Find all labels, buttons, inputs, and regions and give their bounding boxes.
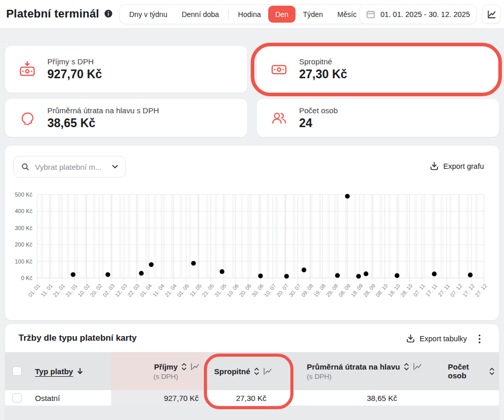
- cell-prumerna-utrata: 38,65 Kč: [296, 390, 448, 406]
- svg-text:27. 11: 27. 11: [437, 283, 451, 298]
- tab-mesic[interactable]: Měsíc: [330, 6, 363, 23]
- svg-text:19. 08: 19. 08: [312, 283, 327, 298]
- stat-card-spropitne: Spropitné 27,30 Kč: [257, 46, 499, 93]
- svg-text:17. 12: 17. 12: [461, 283, 476, 298]
- tips-line-chart: 01. 0111. 0121. 0131. 0110. 0220. 0202. …: [5, 179, 499, 319]
- period-tab-group: Dny v týdnu Denní doba Hodina Den Týden …: [119, 4, 367, 24]
- svg-text:07. 12: 07. 12: [449, 283, 463, 298]
- people-icon: [268, 109, 290, 127]
- table-menu-button[interactable]: [473, 332, 485, 345]
- svg-text:10. 07: 10. 07: [263, 283, 277, 298]
- tab-tyden[interactable]: Týden: [296, 6, 330, 23]
- tab-den[interactable]: Den: [268, 6, 296, 23]
- column-header-spropitne[interactable]: Spropitné: [207, 352, 296, 390]
- svg-text:11. 04: 11. 04: [151, 283, 166, 298]
- select-placeholder: Vybrat platební m...: [35, 163, 107, 171]
- sort-chevrons-icon[interactable]: [404, 362, 409, 371]
- tips-chart-panel: Vybrat platební m... Export grafu 01. 01…: [5, 146, 499, 320]
- column-header-typ-platby[interactable]: Typ platby: [34, 352, 111, 390]
- svg-text:09. 08: 09. 08: [300, 283, 315, 298]
- info-icon[interactable]: [105, 10, 112, 18]
- export-graph-label: Export grafu: [443, 162, 484, 170]
- export-table-button[interactable]: Export tabulky: [406, 334, 467, 343]
- table-footer-strip: [5, 406, 499, 420]
- column-header-prijmy[interactable]: Příjmy (s DPH): [111, 352, 207, 390]
- svg-text:07. 11: 07. 11: [412, 283, 426, 298]
- svg-text:100 Kč: 100 Kč: [15, 258, 33, 265]
- svg-text:21. 05: 21. 05: [201, 283, 215, 298]
- date-range-picker[interactable]: 01. 01. 2025 - 30. 12. 2025: [359, 4, 477, 24]
- row-checkbox[interactable]: [12, 393, 22, 402]
- sort-chevrons-icon[interactable]: [254, 367, 259, 376]
- svg-text:31. 05: 31. 05: [213, 283, 228, 298]
- tab-hodina[interactable]: Hodina: [231, 6, 268, 23]
- svg-text:08. 09: 08. 09: [337, 283, 352, 298]
- svg-text:20. 07: 20. 07: [275, 283, 289, 298]
- sort-chevrons-icon[interactable]: [181, 362, 187, 371]
- column-header-pocet-osob[interactable]: Počet osob: [448, 352, 499, 390]
- svg-text:17. 11: 17. 11: [424, 283, 439, 298]
- svg-text:29. 08: 29. 08: [325, 283, 339, 298]
- date-range-value: 01. 01. 2025 - 30. 12. 2025: [380, 10, 470, 19]
- svg-text:22. 03: 22. 03: [126, 283, 141, 298]
- chart-view-button[interactable]: [482, 5, 501, 24]
- tab-dny-v-tydnu[interactable]: Dny v týdnu: [122, 6, 175, 23]
- svg-text:30. 07: 30. 07: [287, 283, 302, 298]
- export-table-label: Export tabulky: [420, 335, 467, 343]
- cell-typ-platby: Ostatní: [34, 390, 111, 406]
- svg-text:400 Kč: 400 Kč: [15, 208, 33, 214]
- svg-text:20. 02: 20. 02: [89, 283, 103, 298]
- mini-chart-icon[interactable]: [263, 367, 272, 375]
- export-graph-button[interactable]: Export grafu: [429, 161, 484, 171]
- search-icon: [21, 163, 30, 171]
- stat-card-pocet-osob: Počet osob 24: [257, 99, 499, 137]
- stat-card-prijmy: Příjmy s DPH 927,70 Kč: [5, 46, 247, 93]
- cell-prijmy: 927,70 Kč: [111, 390, 207, 406]
- revenue-table-panel: Tržby dle typu platební karty Export tab…: [5, 324, 499, 420]
- tab-separator: [228, 9, 229, 20]
- svg-text:31. 01: 31. 01: [64, 283, 78, 298]
- svg-text:18. 09: 18. 09: [350, 283, 364, 298]
- cell-pocet-osob: [448, 390, 499, 406]
- svg-text:30. 06: 30. 06: [250, 283, 265, 298]
- chevron-down-icon: [112, 165, 118, 169]
- download-icon: [406, 334, 415, 343]
- line-chart-icon: [486, 9, 497, 20]
- svg-text:300 Kč: 300 Kč: [15, 225, 33, 231]
- download-icon: [429, 161, 439, 171]
- top-bar: Platební terminál Dny v týdnu Denní doba…: [0, 0, 504, 29]
- svg-text:08. 10: 08. 10: [374, 283, 389, 298]
- mini-chart-icon[interactable]: [190, 363, 200, 371]
- stat-card-prumerna-utrata: Průměrná útrata na hlavu s DPH 38,65 Kč: [5, 99, 247, 137]
- select-all-checkbox[interactable]: [12, 366, 22, 376]
- table-row: Ostatní 927,70 Kč 27,30 Kč 38,65 Kč: [5, 390, 499, 406]
- svg-text:500 Kč: 500 Kč: [15, 191, 33, 198]
- tab-denni-doba[interactable]: Denní doba: [175, 6, 226, 23]
- calendar-icon: [366, 10, 375, 19]
- column-header-prumerna-utrata[interactable]: Průměrná útrata na hlavu (s DPH): [296, 352, 448, 390]
- svg-text:200 Kč: 200 Kč: [15, 241, 33, 248]
- mini-chart-icon[interactable]: [413, 363, 422, 371]
- svg-text:28. 09: 28. 09: [362, 283, 376, 298]
- svg-text:01. 05: 01. 05: [176, 283, 190, 298]
- kebab-icon: [478, 334, 481, 344]
- table-title: Tržby dle typu platební karty: [19, 333, 137, 343]
- payment-method-select[interactable]: Vybrat platební m...: [13, 156, 126, 178]
- stat-value: 927,70 Kč: [47, 67, 102, 81]
- stat-value: 24: [299, 116, 338, 130]
- svg-text:18. 10: 18. 10: [387, 283, 401, 298]
- svg-text:27. 12: 27. 12: [474, 283, 488, 298]
- page-title: Platební terminál: [6, 7, 99, 21]
- svg-text:01. 01: 01. 01: [27, 283, 41, 298]
- stat-value: 27,30 Kč: [299, 67, 347, 81]
- sort-arrow-down-icon: [77, 367, 83, 375]
- cash-in-icon: [16, 60, 38, 79]
- sort-chevrons-icon[interactable]: [489, 367, 495, 376]
- svg-text:10. 06: 10. 06: [225, 283, 240, 298]
- svg-text:11. 05: 11. 05: [188, 283, 203, 298]
- svg-text:10. 02: 10. 02: [77, 283, 91, 298]
- svg-text:0 Kč: 0 Kč: [21, 275, 33, 281]
- stat-value: 38,65 Kč: [47, 116, 159, 130]
- svg-text:12. 03: 12. 03: [114, 283, 128, 298]
- banknote-icon: [268, 60, 290, 79]
